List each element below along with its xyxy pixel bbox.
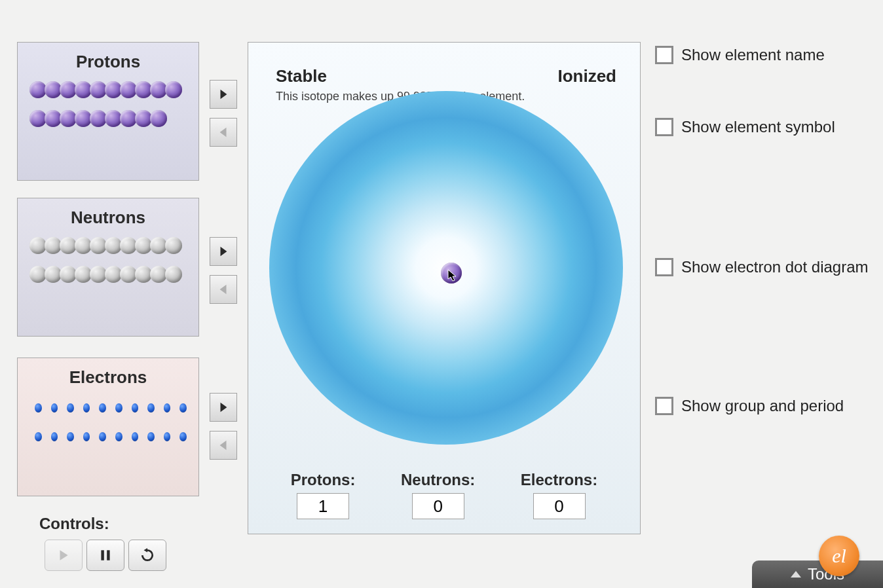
- brand-badge-icon: el: [819, 536, 859, 576]
- neutron-ball[interactable]: [165, 237, 182, 254]
- controls-row: [45, 540, 166, 571]
- show-element-name-label: Show element name: [681, 46, 825, 64]
- atom-display: Stable Ionized This isotope makes up 99.…: [248, 42, 641, 534]
- electrons-title: Electrons: [18, 358, 198, 388]
- electrons-count-input[interactable]: [533, 493, 586, 519]
- neutron-ball[interactable]: [165, 266, 182, 283]
- electron-ball[interactable]: [147, 432, 155, 441]
- electron-ball[interactable]: [164, 432, 171, 441]
- electrons-bin[interactable]: Electrons: [17, 358, 199, 496]
- electron-ball[interactable]: [35, 432, 42, 441]
- show-group-period-label: Show group and period: [681, 397, 844, 415]
- show-group-period-checkbox[interactable]: Show group and period: [655, 397, 844, 415]
- neutrons-title: Neutrons: [18, 198, 198, 228]
- electron-ball[interactable]: [132, 432, 139, 441]
- show-electron-dot-checkbox[interactable]: Show electron dot diagram: [655, 258, 869, 276]
- play-button[interactable]: [45, 540, 83, 571]
- pause-button[interactable]: [86, 540, 124, 571]
- electron-ball[interactable]: [51, 403, 58, 413]
- remove-proton-button[interactable]: [210, 118, 237, 147]
- svg-rect-1: [107, 550, 109, 560]
- protons-count-input[interactable]: [297, 493, 349, 519]
- show-element-symbol-checkbox[interactable]: Show element symbol: [655, 118, 835, 136]
- add-electron-button[interactable]: [210, 393, 237, 422]
- electron-ball[interactable]: [67, 432, 74, 441]
- show-element-name-checkbox[interactable]: Show element name: [655, 46, 825, 64]
- cursor-icon: [447, 269, 458, 282]
- protons-count-label: Protons:: [291, 471, 356, 489]
- electrons-count-label: Electrons:: [521, 471, 597, 489]
- electron-ball[interactable]: [115, 403, 122, 413]
- electron-ball[interactable]: [99, 403, 106, 413]
- protons-bin[interactable]: Protons: [17, 42, 199, 181]
- electron-ball[interactable]: [67, 403, 74, 413]
- electron-ball[interactable]: [164, 403, 171, 413]
- electron-ball[interactable]: [83, 403, 90, 413]
- electron-ball[interactable]: [132, 403, 139, 413]
- neutrons-bin[interactable]: Neutrons: [17, 198, 199, 337]
- proton-ball[interactable]: [150, 110, 167, 127]
- electron-ball[interactable]: [115, 432, 122, 441]
- remove-neutron-button[interactable]: [210, 275, 237, 304]
- protons-rows: [18, 72, 198, 127]
- electron-ball[interactable]: [179, 432, 187, 441]
- reset-button[interactable]: [128, 540, 166, 571]
- show-element-symbol-label: Show element symbol: [681, 118, 835, 136]
- electrons-rows: [18, 388, 198, 441]
- svg-rect-0: [101, 550, 103, 560]
- show-electron-dot-label: Show electron dot diagram: [681, 258, 869, 276]
- add-proton-button[interactable]: [210, 80, 237, 109]
- electron-ball[interactable]: [51, 432, 58, 441]
- charge-label: Ionized: [557, 66, 616, 86]
- electron-ball[interactable]: [179, 403, 187, 413]
- protons-title: Protons: [18, 43, 198, 72]
- checkbox-icon: [655, 397, 673, 415]
- neutrons-rows: [18, 228, 198, 283]
- electron-ball[interactable]: [99, 432, 106, 441]
- neutrons-count-input[interactable]: [412, 493, 464, 519]
- chevron-up-icon: [791, 571, 801, 578]
- controls-label: Controls:: [39, 515, 109, 533]
- electron-ball[interactable]: [83, 432, 90, 441]
- tools-tab[interactable]: Tools: [752, 560, 883, 588]
- checkbox-icon: [655, 258, 673, 276]
- electron-ball[interactable]: [147, 403, 155, 413]
- neutrons-count-label: Neutrons:: [401, 471, 475, 489]
- count-row: Protons: Neutrons: Electrons:: [248, 471, 640, 519]
- checkbox-icon: [655, 46, 673, 64]
- proton-ball[interactable]: [165, 81, 182, 98]
- electron-ball[interactable]: [35, 403, 42, 413]
- add-neutron-button[interactable]: [210, 237, 237, 266]
- remove-electron-button[interactable]: [210, 431, 237, 460]
- checkbox-icon: [655, 118, 673, 136]
- stability-label: Stable: [276, 66, 327, 86]
